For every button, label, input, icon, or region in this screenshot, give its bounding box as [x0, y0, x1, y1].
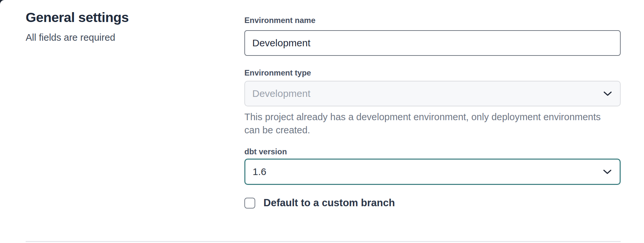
- section-divider: [26, 241, 621, 242]
- page-title: General settings: [26, 10, 129, 25]
- custom-branch-label[interactable]: Default to a custom branch: [263, 197, 395, 209]
- settings-panel: General settings All fields are required…: [0, 0, 644, 243]
- chevron-down-icon: [603, 91, 612, 97]
- environment-type-help-text: This project already has a development e…: [244, 110, 616, 137]
- environment-type-select: Development: [244, 81, 621, 106]
- environment-name-label: Environment name: [244, 16, 315, 25]
- dbt-version-label: dbt version: [244, 147, 287, 156]
- environment-type-value: Development: [252, 88, 310, 99]
- dbt-version-value: 1.6: [253, 166, 266, 177]
- custom-branch-row: Default to a custom branch: [244, 197, 395, 209]
- custom-branch-checkbox[interactable]: [244, 198, 255, 209]
- environment-name-input[interactable]: [244, 30, 621, 56]
- page-subtitle: All fields are required: [26, 32, 115, 43]
- environment-type-label: Environment type: [244, 68, 311, 77]
- chevron-down-icon: [603, 169, 612, 175]
- dbt-version-select[interactable]: 1.6: [244, 159, 621, 185]
